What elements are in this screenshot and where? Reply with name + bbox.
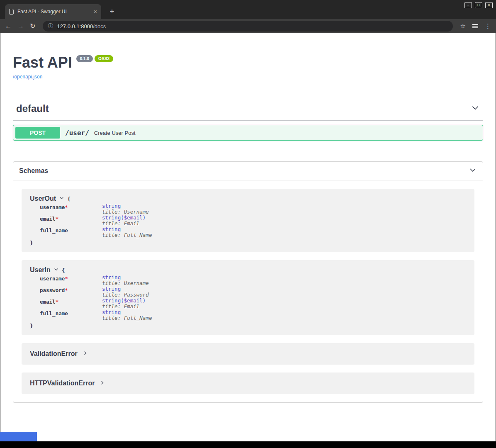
chevron-down-icon[interactable] bbox=[59, 195, 64, 202]
operation-path: /user/ bbox=[65, 129, 89, 137]
browser-menu-icon[interactable]: ⋮ bbox=[485, 22, 491, 30]
required-asterisk: * bbox=[65, 287, 68, 293]
property-title: title: Username bbox=[102, 209, 152, 215]
schemas-section: Schemas UserOut { bbox=[13, 161, 483, 403]
schema-property-row: password* string title: Password bbox=[40, 286, 152, 298]
swagger-page: Fast API0.1.0OAS3 /openapi.json default … bbox=[0, 33, 496, 441]
url-host: 127.0.0.1:8000 bbox=[57, 23, 93, 29]
close-brace: } bbox=[30, 323, 466, 329]
model-validationerror[interactable]: ValidationError bbox=[22, 343, 474, 365]
reload-icon[interactable]: ↻ bbox=[30, 23, 35, 29]
model-httpvalidationerror[interactable]: HTTPValidationError bbox=[22, 373, 474, 394]
status-bubble bbox=[0, 432, 37, 441]
window-titlebar: − □ × Fast API - Swagger UI × + bbox=[0, 0, 496, 19]
property-type: string bbox=[102, 286, 152, 292]
url-text: 127.0.0.1:8000/docs bbox=[57, 22, 106, 30]
property-type: string($email) bbox=[102, 298, 152, 304]
required-asterisk: * bbox=[56, 216, 59, 222]
model-name: UserIn bbox=[30, 266, 51, 274]
chevron-down-icon[interactable] bbox=[471, 103, 480, 114]
bookmark-star-icon[interactable]: ☆ bbox=[460, 22, 466, 30]
page-title: Fast API bbox=[13, 54, 72, 71]
model-name: HTTPValidationError bbox=[30, 380, 95, 387]
extensions-icon[interactable] bbox=[472, 26, 478, 27]
property-title: title: Email bbox=[102, 221, 152, 226]
property-name: full_name bbox=[40, 227, 68, 234]
api-info-section: Fast API0.1.0OAS3 /openapi.json bbox=[13, 33, 483, 80]
url-path: /docs bbox=[93, 23, 106, 29]
schema-property-row: username* string title: Username bbox=[40, 275, 152, 286]
browser-tab[interactable]: Fast API - Swagger UI × bbox=[5, 4, 101, 19]
site-info-icon[interactable]: ⓘ bbox=[48, 22, 53, 30]
model-userout: UserOut { username* string title: Userna… bbox=[22, 189, 474, 252]
oas3-badge: OAS3 bbox=[95, 55, 113, 62]
forward-icon: → bbox=[17, 23, 24, 29]
browser-toolbar: ← → ↻ ⓘ 127.0.0.1:8000/docs ☆ ⋮ bbox=[0, 19, 496, 33]
schema-property-row: email* string($email) title: Email bbox=[40, 215, 152, 226]
version-badge: 0.1.0 bbox=[76, 55, 93, 62]
open-brace: { bbox=[62, 267, 65, 273]
required-asterisk: * bbox=[56, 299, 59, 305]
required-asterisk: * bbox=[65, 275, 68, 282]
property-title: title: Email bbox=[102, 304, 152, 309]
tag-section-title: default bbox=[16, 103, 49, 114]
property-type: string($email) bbox=[102, 215, 152, 221]
chevron-down-icon[interactable] bbox=[53, 266, 59, 274]
property-name: password bbox=[40, 287, 65, 293]
post-user-operation[interactable]: POST /user/ Create User Post bbox=[13, 125, 483, 141]
open-brace: { bbox=[67, 196, 71, 202]
property-title: title: Password bbox=[102, 292, 152, 298]
required-asterisk: * bbox=[65, 204, 68, 210]
chevron-right-icon[interactable] bbox=[100, 380, 105, 387]
back-icon[interactable]: ← bbox=[5, 23, 12, 29]
operation-summary: Create User Post bbox=[94, 130, 136, 136]
property-type: string bbox=[102, 275, 152, 280]
property-name: username bbox=[40, 275, 65, 282]
property-type: string bbox=[102, 226, 152, 232]
chevron-down-icon[interactable] bbox=[469, 166, 477, 176]
openapi-spec-link[interactable]: /openapi.json bbox=[13, 74, 42, 80]
schema-property-row: username* string title: Username bbox=[40, 203, 152, 215]
model-userin: UserIn { username* string title: Usernam… bbox=[22, 260, 474, 335]
property-title: title: Full_Name bbox=[102, 315, 152, 321]
property-type: string bbox=[102, 203, 152, 209]
close-brace: } bbox=[30, 240, 466, 246]
url-bar[interactable]: ⓘ 127.0.0.1:8000/docs bbox=[43, 21, 452, 32]
property-title: title: Username bbox=[102, 280, 152, 286]
schema-property-row: email* string($email) title: Email bbox=[40, 298, 152, 309]
property-name: email bbox=[40, 299, 56, 305]
window-controls: − □ × bbox=[464, 2, 493, 8]
property-title: title: Full_Name bbox=[102, 232, 152, 238]
property-name: email bbox=[40, 216, 56, 222]
property-name: full_name bbox=[40, 310, 68, 317]
close-button[interactable]: × bbox=[485, 2, 493, 8]
maximize-button[interactable]: □ bbox=[475, 2, 482, 8]
window-frame-bottom bbox=[0, 441, 496, 448]
property-type: string bbox=[102, 309, 152, 315]
page-favicon-icon bbox=[9, 9, 14, 15]
model-name: ValidationError bbox=[30, 350, 78, 358]
post-method-badge: POST bbox=[15, 127, 60, 139]
tag-section-default[interactable]: default bbox=[13, 100, 483, 121]
new-tab-button[interactable]: + bbox=[107, 7, 117, 17]
chevron-right-icon[interactable] bbox=[83, 350, 88, 358]
minimize-button[interactable]: − bbox=[464, 2, 472, 8]
schemas-header[interactable]: Schemas bbox=[13, 162, 483, 180]
schemas-title: Schemas bbox=[19, 167, 48, 175]
tab-title: Fast API - Swagger UI bbox=[17, 9, 90, 15]
schema-property-row: full_name string title: Full_Name bbox=[40, 309, 152, 321]
model-name: UserOut bbox=[30, 195, 56, 202]
schema-property-row: full_name string title: Full_Name bbox=[40, 226, 152, 238]
tab-close-icon[interactable]: × bbox=[94, 8, 97, 15]
property-name: username bbox=[40, 204, 65, 210]
